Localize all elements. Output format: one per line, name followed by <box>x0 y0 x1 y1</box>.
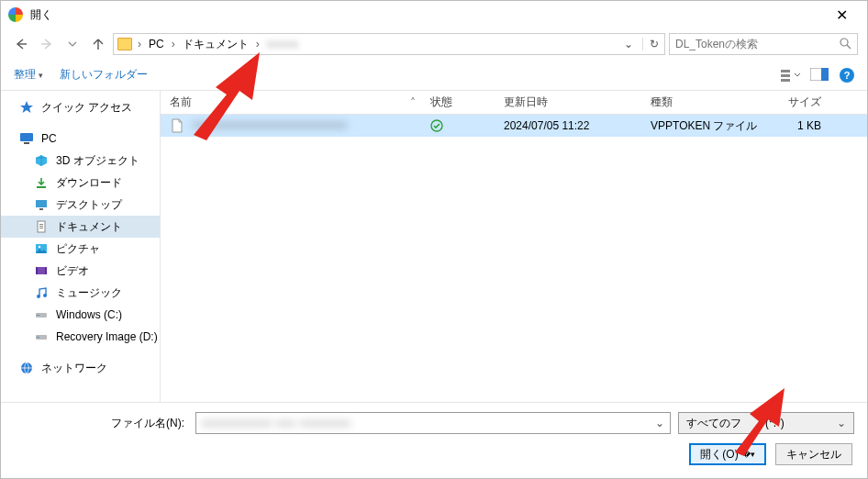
forward-button[interactable] <box>36 33 58 55</box>
download-icon <box>34 175 49 190</box>
sidebar-item-label: ドキュメント <box>56 219 122 235</box>
address-bar[interactable]: › PC › ドキュメント › xxxxx ⌄ ↻ <box>113 33 665 55</box>
svg-rect-25 <box>37 337 39 338</box>
sidebar-item-label: ビデオ <box>56 263 89 279</box>
music-icon <box>34 285 49 300</box>
chevron-down-icon[interactable]: ⌄ <box>620 38 637 50</box>
sidebar-item-label: クイック アクセス <box>41 100 132 116</box>
svg-rect-8 <box>37 186 46 188</box>
search-input[interactable] <box>675 38 839 50</box>
back-button[interactable] <box>10 33 32 55</box>
drive-icon <box>34 307 49 322</box>
sidebar-item-quick-access[interactable]: クイック アクセス <box>1 96 160 118</box>
status-synced-icon <box>421 119 495 132</box>
search-box[interactable] <box>669 33 858 55</box>
breadcrumb[interactable]: ドキュメント <box>181 37 250 52</box>
close-button[interactable]: ✕ <box>823 1 860 28</box>
sidebar-item-drive-d[interactable]: Recovery Image (D:) <box>1 326 160 348</box>
svg-point-0 <box>840 39 848 46</box>
sidebar-item-3d-objects[interactable]: 3D オブジェクト <box>1 150 160 172</box>
help-icon[interactable]: ? <box>840 68 854 83</box>
svg-rect-5 <box>821 68 829 81</box>
view-options-icon[interactable] <box>781 68 797 83</box>
star-icon <box>19 100 34 115</box>
preview-pane-icon[interactable] <box>810 68 827 83</box>
column-date[interactable]: 更新日時 <box>495 95 641 110</box>
sidebar-item-pictures[interactable]: ピクチャ <box>1 238 160 260</box>
up-button[interactable] <box>87 33 109 55</box>
svg-rect-13 <box>39 226 43 227</box>
file-name-redacted: xxxxxxxxxxxxxxxxxxxxxxxx <box>193 118 347 131</box>
file-size: 1 KB <box>761 119 834 132</box>
desktop-icon <box>34 197 49 212</box>
search-icon[interactable] <box>839 37 851 52</box>
sidebar-item-label: ダウンロード <box>56 175 122 191</box>
sidebar-item-videos[interactable]: ビデオ <box>1 260 160 282</box>
file-date: 2024/07/05 11:22 <box>495 119 641 132</box>
column-name[interactable]: 名前 <box>161 95 395 110</box>
sidebar-item-downloads[interactable]: ダウンロード <box>1 172 160 194</box>
sidebar-item-label: ミュージック <box>56 285 122 301</box>
column-kind[interactable]: 種類 <box>641 95 761 110</box>
sidebar-item-label: Recovery Image (D:) <box>56 330 158 343</box>
sidebar-item-label: ネットワーク <box>41 361 107 376</box>
recent-dropdown-icon[interactable] <box>61 33 83 55</box>
breadcrumb[interactable]: PC <box>147 38 166 50</box>
column-size[interactable]: サイズ <box>761 95 834 110</box>
drive-icon <box>34 329 49 344</box>
sidebar-item-pc[interactable]: PC <box>1 128 160 150</box>
svg-rect-3 <box>781 79 790 82</box>
sidebar-item-network[interactable]: ネットワーク <box>1 357 160 379</box>
sidebar-item-drive-c[interactable]: Windows (C:) <box>1 304 160 326</box>
file-row[interactable]: xxxxxxxxxxxxxxxxxxxxxxxx 2024/07/05 11:2… <box>161 115 867 137</box>
svg-rect-9 <box>36 200 47 207</box>
column-status[interactable]: 状態 <box>421 95 495 110</box>
svg-rect-19 <box>45 267 47 274</box>
sidebar-item-desktop[interactable]: デスクトップ <box>1 194 160 216</box>
sidebar-item-documents[interactable]: ドキュメント <box>1 216 160 238</box>
breadcrumb-redacted[interactable]: xxxxx <box>265 38 301 50</box>
cancel-button[interactable]: キャンセル <box>775 443 852 465</box>
filename-label: ファイル名(N): <box>14 416 188 431</box>
svg-rect-7 <box>24 142 29 144</box>
sidebar-item-label: PC <box>41 132 57 145</box>
cube-icon <box>34 153 49 168</box>
split-chevron-icon[interactable]: �▾ <box>742 450 755 459</box>
app-icon <box>8 7 23 22</box>
chevron-down-icon[interactable]: ⌄ <box>837 417 846 429</box>
new-folder-button[interactable]: 新しいフォルダー <box>60 67 148 83</box>
folder-icon <box>117 38 132 50</box>
picture-icon <box>34 241 49 256</box>
svg-rect-14 <box>39 228 43 228</box>
dialog-title: 開く <box>30 7 52 23</box>
open-button[interactable]: 開く(O) �▾ <box>689 443 766 465</box>
svg-rect-6 <box>20 133 33 141</box>
sidebar-item-label: 3D オブジェクト <box>56 153 139 169</box>
sidebar-item-music[interactable]: ミュージック <box>1 282 160 304</box>
sidebar-item-label: デスクトップ <box>56 197 122 213</box>
filter-label-prefix: すべてのフ <box>686 416 741 431</box>
sidebar-item-label: Windows (C:) <box>56 308 122 321</box>
sort-indicator-icon[interactable]: ˄ <box>395 96 421 109</box>
svg-point-21 <box>43 294 47 297</box>
network-icon <box>19 361 34 375</box>
filter-label-suffix: (*.*) <box>765 417 785 429</box>
pc-icon <box>19 131 34 146</box>
svg-point-20 <box>37 295 40 298</box>
svg-point-16 <box>39 246 40 248</box>
svg-rect-12 <box>39 224 43 225</box>
chevron-down-icon[interactable]: ⌄ <box>655 417 664 429</box>
chevron-right-icon: › <box>170 38 177 50</box>
document-icon <box>34 219 49 234</box>
video-icon <box>34 263 49 278</box>
organize-menu[interactable]: 整理 <box>14 67 43 83</box>
chevron-right-icon: › <box>254 38 262 50</box>
refresh-icon[interactable]: ↻ <box>642 38 661 50</box>
filename-combobox[interactable]: xxxxxxxxxxx xxx xxxxxxxx ⌄ <box>195 412 671 434</box>
sidebar-item-label: ピクチャ <box>56 241 100 257</box>
column-headers[interactable]: 名前 ˄ 状態 更新日時 種類 サイズ <box>161 91 867 115</box>
svg-rect-23 <box>37 315 39 316</box>
svg-rect-18 <box>36 267 38 274</box>
file-type-filter[interactable]: すべてのフ (*.*) ⌄ <box>678 412 854 434</box>
svg-rect-10 <box>39 208 43 210</box>
